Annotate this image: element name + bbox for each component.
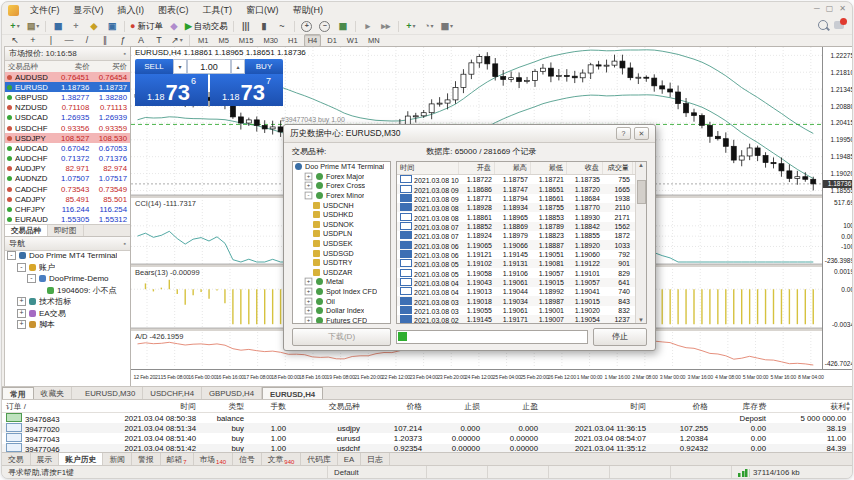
- menu-item[interactable]: 显示(V): [67, 4, 111, 16]
- expand-icon[interactable]: +: [305, 173, 313, 181]
- dialog-table-row[interactable]: 2021.03.08 05:301.191021.191311.190811.1…: [397, 259, 646, 268]
- timeframe-h1[interactable]: H1: [284, 34, 302, 47]
- dialog-table-row[interactable]: 2021.03.08 06:301.190651.190661.188871.1…: [397, 240, 646, 249]
- collapse-icon[interactable]: -: [305, 192, 313, 200]
- bar-chart-mode-icon[interactable]: |||: [238, 19, 254, 34]
- terminal-column-header[interactable]: 类型: [200, 401, 248, 412]
- autotrading-icon[interactable]: ▶自动交易: [184, 19, 229, 34]
- dialog-tree-item[interactable]: +Dollar Index: [293, 306, 390, 316]
- dialog-table-row[interactable]: 2021.03.08 10:001.187221.187571.187211.1…: [397, 175, 646, 184]
- dialog-tree-item[interactable]: +Forex Major: [293, 172, 390, 182]
- terminal-toggle-icon[interactable]: ▣: [104, 19, 120, 34]
- dialog-tree-item[interactable]: USDTRY: [293, 258, 390, 268]
- market-watch-row[interactable]: GBPUSD1.382771.38280: [5, 92, 130, 102]
- volume-input[interactable]: 1.00: [187, 59, 231, 74]
- dialog-close-icon[interactable]: ✕: [634, 127, 649, 140]
- status-profile[interactable]: Default: [328, 466, 427, 479]
- dialog-column-header[interactable]: 收盘: [567, 162, 603, 174]
- terminal-row[interactable]: 394770432021.03.04 08:51:40buy1.00eurusd…: [2, 433, 852, 443]
- dialog-table-row[interactable]: 2021.03.08 04:301.190431.190611.190151.1…: [397, 278, 646, 287]
- dialog-table-row[interactable]: 2021.03.08 04:001.190131.190441.189921.1…: [397, 287, 646, 296]
- data-window-toggle-icon[interactable]: +: [68, 19, 84, 34]
- market-watch-row[interactable]: AUDUSD0.764510.76454: [5, 72, 130, 82]
- dialog-table-row[interactable]: 2021.03.08 07:301.188521.188691.187891.1…: [397, 222, 646, 231]
- close-icon[interactable]: ✕: [839, 4, 846, 13]
- navigator-tree-item[interactable]: -账户: [5, 262, 130, 274]
- dialog-tree-item[interactable]: USDZAR: [293, 268, 390, 278]
- search-icon[interactable]: [818, 20, 828, 30]
- market-watch-column-header[interactable]: 买价: [93, 61, 130, 72]
- profiles-icon[interactable]: ▤▾: [25, 19, 41, 34]
- metaeditor-icon[interactable]: ◆: [166, 19, 182, 34]
- candle-chart-mode-icon[interactable]: ▮: [256, 19, 272, 34]
- dialog-table-row[interactable]: 2021.03.08 02:301.191451.191711.190071.1…: [397, 315, 646, 324]
- terminal-row[interactable]: 394768432021.03.04 08:50:38balanceDeposi…: [2, 413, 852, 423]
- periods-icon[interactable]: ◔▾: [421, 19, 437, 34]
- dialog-column-header[interactable]: 开盘: [459, 162, 495, 174]
- terminal-column-header[interactable]: 止盈: [484, 401, 542, 412]
- market-watch-column-header[interactable]: 卖价: [56, 61, 93, 72]
- sell-button[interactable]: SELL: [135, 59, 173, 74]
- terminal-column-header[interactable]: 订单 /: [2, 401, 82, 412]
- templates-icon[interactable]: ▦▾: [439, 19, 455, 34]
- market-watch-row[interactable]: CADJPY85.49185.501: [5, 194, 130, 204]
- menu-item[interactable]: 帮助(H): [286, 4, 331, 16]
- dialog-tree-item[interactable]: USDSGD: [293, 248, 390, 258]
- dialog-table-row[interactable]: 2021.03.08 08:301.189281.189341.187551.1…: [397, 203, 646, 212]
- dialog-tree-item[interactable]: USDHKD: [293, 210, 390, 220]
- dialog-tree-item[interactable]: +Forex Cross: [293, 181, 390, 191]
- market-watch-row[interactable]: AUDCHF0.713720.71376: [5, 154, 130, 164]
- market-watch-row[interactable]: AUDJPY82.97182.974: [5, 164, 130, 174]
- market-watch-row[interactable]: USDCAD1.269351.26939: [5, 113, 130, 123]
- market-watch-row[interactable]: NZDUSD0.711080.71113: [5, 103, 130, 113]
- market-watch-toggle-icon[interactable]: ▦: [50, 19, 66, 34]
- terminal-column-header[interactable]: 价格: [650, 401, 712, 412]
- terminal-column-header[interactable]: 止损: [426, 401, 484, 412]
- dialog-tree-item[interactable]: +Futures CFD: [293, 316, 390, 325]
- dialog-title-bar[interactable]: 历史数据中心: EURUSD,M30 ? ✕: [284, 125, 655, 143]
- dialog-tree-item[interactable]: +Oil: [293, 296, 390, 306]
- dialog-tree-item[interactable]: Doo Prime MT4 Terminal: [293, 162, 390, 172]
- market-watch-row[interactable]: EURUSD1.187361.18737: [5, 82, 130, 92]
- menu-item[interactable]: 窗口(W): [239, 4, 286, 16]
- dialog-tree-item[interactable]: USDSEK: [293, 239, 390, 249]
- tile-windows-icon[interactable]: ▦: [335, 19, 351, 34]
- dialog-symbol-tree[interactable]: Doo Prime MT4 Terminal+Forex Major+Forex…: [292, 161, 391, 324]
- market-watch-row[interactable]: CHFJPY116.244116.254: [5, 204, 130, 214]
- buy-button[interactable]: BUY: [245, 59, 283, 74]
- panel-menu-icon[interactable]: ▪: [124, 50, 126, 57]
- sell-price[interactable]: 1.18 73 6: [135, 74, 208, 106]
- expand-icon[interactable]: +: [305, 182, 313, 190]
- dialog-help-icon[interactable]: ?: [616, 127, 631, 140]
- dialog-tree-item[interactable]: +Metal: [293, 277, 390, 287]
- timeframe-w1[interactable]: W1: [343, 34, 362, 47]
- indicators-icon[interactable]: +▾: [403, 19, 419, 34]
- dialog-tree-item[interactable]: +Spot Index CFD: [293, 287, 390, 297]
- navigator-tree-item[interactable]: 1904609: 小不点: [5, 285, 130, 297]
- market-watch-row[interactable]: USDCHF0.933560.93359: [5, 123, 130, 133]
- dialog-table-row[interactable]: 2021.03.08 09:001.187711.187941.186611.1…: [397, 194, 646, 203]
- timeframe-h4[interactable]: H4: [304, 34, 322, 47]
- timeframe-d1[interactable]: D1: [323, 34, 341, 47]
- dialog-tree-item[interactable]: USDPLN: [293, 229, 390, 239]
- timeframe-m15[interactable]: M15: [235, 34, 258, 47]
- terminal-column-header[interactable]: 价格: [364, 401, 426, 412]
- market-watch-row[interactable]: AUDCAD0.670420.67053: [5, 143, 130, 153]
- volume-dropdown-icon[interactable]: ▾: [173, 59, 187, 74]
- navigator-toggle-icon[interactable]: ◆: [86, 19, 102, 34]
- expand-icon[interactable]: +: [17, 297, 26, 306]
- terminal-column-header[interactable]: 交易品种: [290, 401, 364, 412]
- zoom-in-icon[interactable]: +: [299, 19, 315, 34]
- collapse-icon[interactable]: -: [27, 274, 36, 283]
- dialog-table-row[interactable]: 2021.03.08 06:001.191211.191451.190511.1…: [397, 250, 646, 259]
- market-watch-column-header[interactable]: 交易品种: [5, 61, 56, 72]
- zoom-out-icon[interactable]: −: [317, 19, 333, 34]
- auto-scroll-icon[interactable]: ▸▸: [378, 19, 394, 34]
- collapse-icon[interactable]: -: [17, 263, 26, 272]
- dialog-history-table[interactable]: 时间开盘最高最低收盘成交量 2021.03.08 10:001.187221.1…: [396, 161, 647, 324]
- dialog-table-row[interactable]: 2021.03.08 09:301.186861.187471.186511.1…: [397, 184, 646, 193]
- market-watch-row[interactable]: AUDNZD1.075071.07517: [5, 174, 130, 184]
- navigator-tree-item[interactable]: +EA交易: [5, 308, 130, 320]
- menu-item[interactable]: 插入(I): [111, 4, 152, 16]
- navigator-tree-item[interactable]: +脚本: [5, 319, 130, 331]
